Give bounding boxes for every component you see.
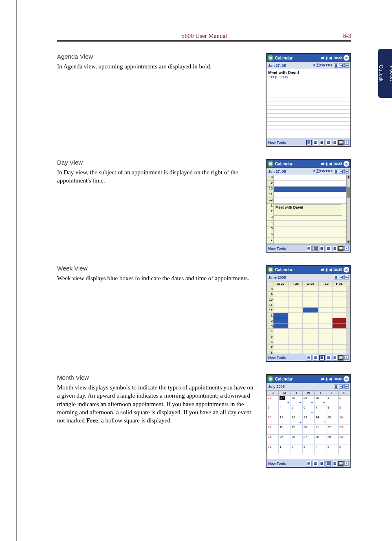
scrollbar[interactable] <box>346 302 350 308</box>
week-cell[interactable] <box>302 297 318 302</box>
day-view-icon[interactable]: ▥ <box>313 355 318 361</box>
month-day-cell[interactable]: 4 <box>315 444 326 454</box>
month-label[interactable]: July 2005 <box>268 385 333 389</box>
month-day-cell[interactable]: 28▼ <box>291 396 302 405</box>
start-flag-icon[interactable]: ⊞ <box>268 267 273 273</box>
week-cell[interactable] <box>318 292 332 297</box>
close-icon[interactable]: ✕ <box>344 55 349 61</box>
week-cell[interactable] <box>288 350 302 354</box>
next-arrow-icon[interactable]: ▶ <box>344 63 349 68</box>
week-cell[interactable] <box>288 308 302 313</box>
scrollbar[interactable] <box>346 297 350 302</box>
week-cell[interactable] <box>288 297 302 302</box>
week-day-header[interactable]: M 27 <box>273 281 288 286</box>
week-view-icon[interactable]: ▦ <box>319 246 325 251</box>
week-cell[interactable] <box>302 345 318 350</box>
week-appointment-block[interactable] <box>333 318 346 323</box>
week-cell[interactable] <box>318 345 332 350</box>
week-cell[interactable] <box>332 345 346 350</box>
day-picker[interactable]: SMTWTFS <box>313 64 333 67</box>
month-day-cell[interactable]: 6▼ <box>302 405 314 415</box>
menu-new[interactable]: New <box>268 246 276 251</box>
scrollbar[interactable] <box>346 350 350 354</box>
month-day-cell[interactable]: 2 <box>291 444 302 454</box>
week-cell[interactable] <box>273 323 288 329</box>
month-day-cell[interactable]: 24 <box>267 435 279 444</box>
agenda-view-icon[interactable]: ▤ <box>306 140 312 145</box>
week-cell[interactable] <box>332 286 346 292</box>
today-icon[interactable]: ▦ <box>334 275 338 279</box>
month-day-cell[interactable]: 9 <box>338 405 350 415</box>
week-cell[interactable] <box>302 323 318 329</box>
month-day-cell[interactable]: 22 <box>326 425 338 435</box>
week-cell[interactable] <box>318 318 332 323</box>
scroll-up-icon[interactable]: ▲ <box>347 175 350 179</box>
week-cell[interactable] <box>302 350 318 354</box>
week-cell[interactable] <box>273 297 288 302</box>
day-date[interactable]: Jun 27, 05 <box>268 169 313 174</box>
day-picker[interactable]: SMTWTFS <box>313 169 333 173</box>
week-cell[interactable] <box>288 318 302 323</box>
scrollbar[interactable] <box>346 313 350 318</box>
week-day-header[interactable]: W 29 <box>302 281 318 286</box>
month-day-cell[interactable]: 28 <box>315 435 326 444</box>
month-day-cell[interactable]: 7 <box>315 405 326 415</box>
menu-new[interactable]: New <box>268 462 276 466</box>
week-cell[interactable] <box>332 329 346 334</box>
month-day-cell[interactable]: 15 <box>326 415 338 425</box>
prev-arrow-icon[interactable]: ◀ <box>339 275 344 279</box>
start-flag-icon[interactable]: ⊞ <box>268 376 273 382</box>
month-day-cell[interactable]: 5 <box>291 405 302 415</box>
week-cell[interactable] <box>302 339 318 345</box>
month-day-cell[interactable]: 16 <box>338 415 350 425</box>
month-day-cell[interactable]: 5 <box>326 444 338 454</box>
agenda-view-icon[interactable]: ▤ <box>306 461 312 466</box>
month-view-icon[interactable]: ▧ <box>326 355 331 361</box>
menu-new[interactable]: New <box>268 141 276 145</box>
month-day-cell[interactable]: 21 <box>315 425 326 435</box>
week-cell[interactable] <box>318 334 332 339</box>
week-cell[interactable] <box>332 292 346 297</box>
month-day-cell[interactable]: 2 <box>338 396 350 405</box>
scrollbar[interactable] <box>346 323 350 329</box>
day-appt-block[interactable]: Meet with David <box>274 205 342 216</box>
menu-new[interactable]: New <box>268 356 276 360</box>
today-icon[interactable]: ▦ <box>334 63 338 68</box>
keyboard-icon[interactable]: ⌨ <box>338 246 344 251</box>
today-icon[interactable]: ▦ <box>334 169 338 174</box>
week-cell[interactable] <box>332 334 346 339</box>
week-cell[interactable] <box>302 329 318 334</box>
today-icon[interactable]: ▦ <box>334 384 338 389</box>
keyboard-icon[interactable]: ⌨ <box>338 140 344 145</box>
month-day-cell[interactable]: 11 <box>279 415 291 425</box>
week-appointment-block[interactable] <box>303 308 318 312</box>
month-day-cell[interactable]: 14□ <box>315 415 326 425</box>
prev-arrow-icon[interactable]: ◀ <box>339 169 344 174</box>
year-view-icon[interactable]: ▨ <box>332 355 338 361</box>
week-cell[interactable] <box>273 292 288 297</box>
week-cell[interactable] <box>318 313 332 318</box>
month-day-cell[interactable]: 26 <box>291 435 302 444</box>
sip-up-icon[interactable]: ▲ <box>344 246 349 251</box>
month-day-cell[interactable]: 19 <box>291 425 302 435</box>
week-cell[interactable] <box>288 302 302 308</box>
month-day-cell[interactable]: 6 <box>338 444 350 454</box>
week-view-icon[interactable]: ▦ <box>319 355 325 361</box>
month-day-cell[interactable]: 18 <box>279 425 291 435</box>
week-cell[interactable] <box>288 313 302 318</box>
next-arrow-icon[interactable]: ▶ <box>344 275 349 279</box>
week-cell[interactable] <box>318 302 332 308</box>
week-cell[interactable] <box>288 286 302 292</box>
month-day-cell[interactable]: 29▼ <box>302 396 314 405</box>
month-day-cell[interactable]: 23 <box>338 425 350 435</box>
scrollbar[interactable] <box>346 318 350 323</box>
week-cell[interactable] <box>332 350 346 354</box>
close-icon[interactable]: ✕ <box>344 376 349 382</box>
year-view-icon[interactable]: ▨ <box>332 461 338 466</box>
week-cell[interactable] <box>302 292 318 297</box>
week-cell[interactable] <box>273 302 288 308</box>
week-cell[interactable] <box>273 308 288 313</box>
keyboard-icon[interactable]: ⌨ <box>338 461 344 466</box>
week-appointment-block[interactable] <box>273 318 288 323</box>
menu-tools[interactable]: Tools <box>277 462 286 466</box>
